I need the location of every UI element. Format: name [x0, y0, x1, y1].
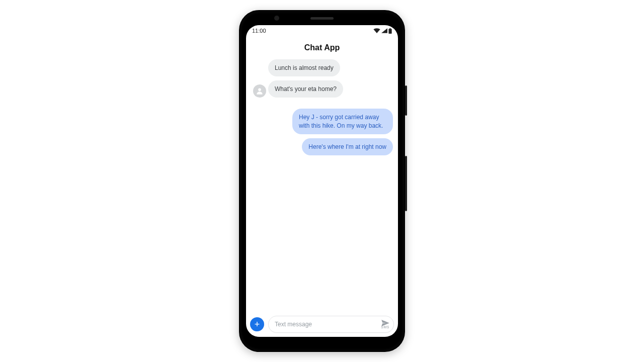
outgoing-bubble[interactable]: Here's where I'm at right now [302, 138, 393, 155]
send-button[interactable]: SMS [381, 320, 390, 329]
app-title: Chat App [246, 36, 398, 59]
message-input-wrap[interactable]: SMS [268, 316, 394, 333]
outgoing-bubble[interactable]: Hey J - sorry got carried away with this… [292, 109, 393, 134]
plus-icon: + [255, 320, 260, 329]
incoming-bubble[interactable]: Lunch is almost ready [268, 59, 340, 76]
battery-icon [388, 28, 392, 34]
add-attachment-button[interactable]: + [250, 317, 264, 331]
screen: 11:00 Chat App [246, 25, 398, 337]
status-bar: 11:00 [246, 25, 398, 36]
wifi-icon [373, 28, 380, 33]
composer: + SMS [246, 312, 398, 337]
volume-rocker[interactable] [405, 156, 407, 211]
svg-rect-1 [388, 29, 391, 34]
message-list[interactable]: Lunch is almost ready What's your eta ho… [246, 59, 398, 312]
status-time: 11:00 [252, 28, 266, 34]
avatar[interactable] [253, 84, 266, 98]
status-icons [373, 28, 392, 34]
front-camera [274, 16, 279, 21]
message-row: What's your eta home? [251, 80, 393, 98]
message-row: Here's where I'm at right now [251, 138, 393, 155]
message-input[interactable] [275, 321, 381, 328]
power-button[interactable] [405, 85, 407, 116]
person-icon [256, 87, 264, 95]
send-label: SMS [381, 325, 389, 329]
earpiece-speaker [310, 17, 334, 20]
svg-rect-0 [389, 28, 390, 29]
phone-frame: 11:00 Chat App [239, 10, 405, 352]
message-row: Hey J - sorry got carried away with this… [251, 109, 393, 134]
incoming-bubble[interactable]: What's your eta home? [268, 80, 343, 98]
message-row: Lunch is almost ready [251, 59, 393, 76]
cell-signal-icon [381, 28, 387, 33]
svg-point-2 [258, 88, 261, 92]
stage: 11:00 Chat App [0, 0, 644, 362]
